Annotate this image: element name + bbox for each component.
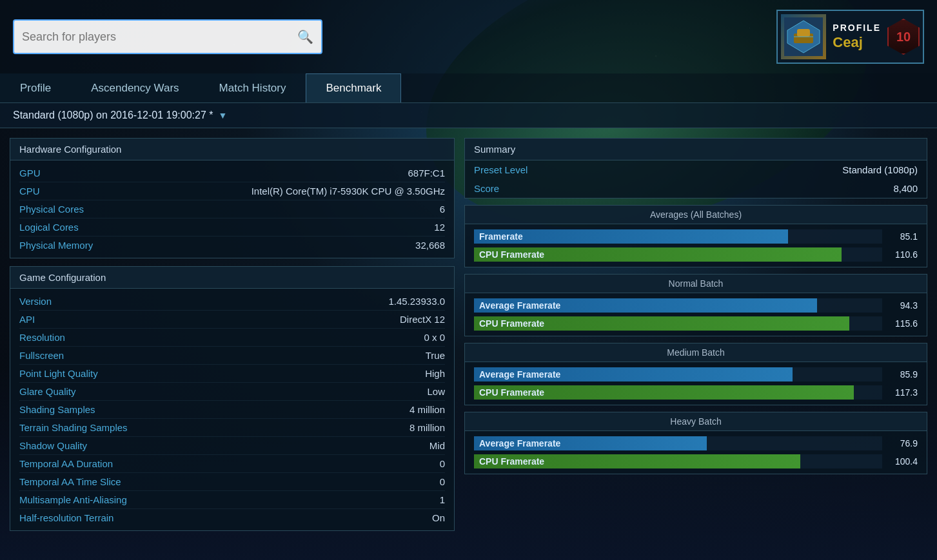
game-value-7: 8 million [409,422,445,433]
heavy-batch-section: Heavy Batch Average Framerate 76.9 CPU F… [464,412,927,474]
game-label-1: API [19,314,35,325]
avatar [781,14,826,59]
bar-value: 110.6 [889,249,918,260]
game-value-3: True [426,350,445,361]
hardware-value-1: Intel(R) Core(TM) i7-5930K CPU @ 3.50GHz [252,186,445,197]
search-input[interactable] [22,30,297,44]
hardware-value-0: 687F:C1 [408,168,445,179]
right-column: Summary Preset Level Standard (1080p) Sc… [464,138,927,550]
game-label-3: Fullscreen [19,350,64,361]
bar-container: Average Framerate [474,436,882,450]
medium-batch-section: Medium Batch Average Framerate 85.9 CPU … [464,343,927,405]
tab-profile[interactable]: Profile [0,73,71,102]
game-config-row: Resolution 0 x 0 [19,329,445,347]
profile-info: PROFILE Ceaj [833,23,881,51]
hardware-value-2: 6 [440,204,445,215]
hardware-label-4: Physical Memory [19,240,93,251]
bar-label: Framerate [474,231,523,242]
game-config-row: Shading Samples 4 million [19,401,445,419]
summary-score-label: Score [474,183,499,194]
hardware-row: Logical Cores 12 [19,218,445,237]
heavy-batch-body: Average Framerate 76.9 CPU Framerate 100… [465,431,927,474]
hardware-value-3: 12 [434,222,445,233]
main-columns: Hardware Configuration GPU 687F:C1 CPU I… [0,128,937,560]
game-config-row: Half-resolution Terrain On [19,509,445,526]
bar-container: CPU Framerate [474,247,882,262]
level-number: 10 [896,30,911,44]
hardware-config-panel: Hardware Configuration GPU 687F:C1 CPU I… [10,138,455,258]
preset-arrow-icon: ▼ [218,110,227,121]
game-label-8: Shadow Quality [19,440,87,451]
hardware-label-1: CPU [19,186,40,197]
level-badge: 10 [887,19,920,55]
bar-value: 117.3 [889,387,918,398]
left-column: Hardware Configuration GPU 687F:C1 CPU I… [10,138,455,550]
bar-container: CPU Framerate [474,316,882,331]
bar-row: Average Framerate 85.9 [474,367,918,381]
app-container: 🔍 PROFILE Ceaj 10 Profile [0,0,937,560]
game-config-body: Version 1.45.23933.0 API DirectX 12 Reso… [10,289,454,530]
summary-header: Summary [465,139,927,160]
game-label-4: Point Light Quality [19,368,98,379]
bar-value: 100.4 [889,456,918,467]
bar-label: CPU Framerate [474,249,544,260]
bar-row: Framerate 85.1 [474,229,918,244]
game-label-0: Version [19,296,52,307]
bar-label: Average Framerate [474,438,560,449]
bar-container: CPU Framerate [474,385,882,400]
preset-label: Standard (1080p) on 2016-12-01 19:00:27 … [13,110,213,121]
profile-label: PROFILE [833,23,881,33]
bar-row: Average Framerate 94.3 [474,298,918,313]
normal-batch-header: Normal Batch [465,275,927,293]
medium-batch-header: Medium Batch [465,343,927,362]
normal-batch-section: Normal Batch Average Framerate 94.3 CPU … [464,274,927,336]
bar-label: CPU Framerate [474,456,544,467]
bar-value: 85.9 [889,369,918,380]
summary-preset-label: Preset Level [474,164,528,175]
game-config-row: Fullscreen True [19,347,445,365]
game-label-7: Terrain Shading Samples [19,422,128,433]
game-config-row: Terrain Shading Samples 8 million [19,419,445,437]
game-value-9: 0 [440,458,445,469]
game-config-row: Shadow Quality Mid [19,437,445,455]
hardware-row: CPU Intel(R) Core(TM) i7-5930K CPU @ 3.5… [19,182,445,200]
bar-container: Framerate [474,229,882,244]
game-config-row: Glare Quality Low [19,383,445,401]
bar-row: CPU Framerate 115.6 [474,316,918,331]
heavy-batch-header: Heavy Batch [465,412,927,431]
tab-benchmark[interactable]: Benchmark [306,73,401,102]
search-icon[interactable]: 🔍 [297,29,313,44]
game-value-12: On [432,512,445,523]
hardware-label-2: Physical Cores [19,204,84,215]
game-value-11: 1 [440,494,445,505]
profile-card: PROFILE Ceaj 10 [776,10,924,64]
tab-ascendency[interactable]: Ascendency Wars [71,73,199,102]
hardware-row: GPU 687F:C1 [19,164,445,182]
preset-selector[interactable]: Standard (1080p) on 2016-12-01 19:00:27 … [13,110,227,121]
game-label-5: Glare Quality [19,386,76,397]
averages-body: Framerate 85.1 CPU Framerate 110.6 [465,224,927,267]
game-config-row: Point Light Quality High [19,365,445,383]
bar-label: Average Framerate [474,369,560,380]
game-label-11: Multisample Anti-Aliasing [19,494,127,505]
medium-batch-body: Average Framerate 85.9 CPU Framerate 117… [465,362,927,405]
summary-preset-value: Standard (1080p) [842,164,918,175]
game-label-6: Shading Samples [19,404,95,415]
bar-label: CPU Framerate [474,387,544,398]
game-config-row: Version 1.45.23933.0 [19,293,445,311]
summary-score-row: Score 8,400 [465,179,927,198]
bar-container: Average Framerate [474,298,882,313]
game-value-1: DirectX 12 [400,314,445,325]
bar-value: 115.6 [889,318,918,329]
game-value-4: High [425,368,445,379]
profile-name: Ceaj [833,34,881,51]
svg-rect-3 [797,29,810,37]
averages-header: Averages (All Batches) [465,206,927,224]
game-config-row: Temporal AA Time Slice 0 [19,473,445,491]
header: 🔍 PROFILE Ceaj 10 [0,0,937,73]
bar-row: Average Framerate 76.9 [474,436,918,450]
game-config-header: Game Configuration [10,267,454,289]
game-label-2: Resolution [19,332,65,343]
bar-value: 76.9 [889,438,918,449]
tab-match-history[interactable]: Match History [199,73,306,102]
